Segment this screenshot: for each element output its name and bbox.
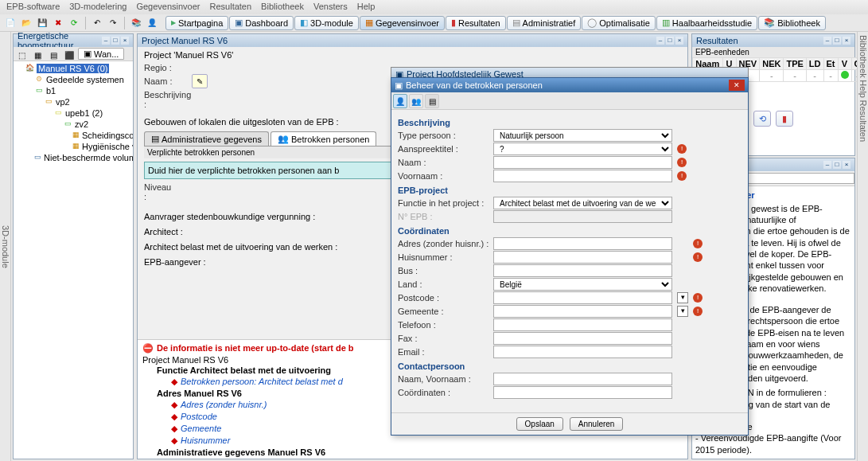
maximize-icon[interactable]: □: [833, 37, 841, 45]
minimize-icon[interactable]: –: [823, 161, 831, 169]
maximize-icon[interactable]: □: [666, 37, 674, 45]
menu-item[interactable]: 3D-modelering: [69, 2, 127, 13]
tree-item[interactable]: vp2: [56, 97, 70, 107]
library-icon[interactable]: 📚: [129, 16, 143, 30]
opslaan-button[interactable]: Opslaan: [516, 417, 563, 431]
adres-input[interactable]: [493, 237, 672, 250]
error-link[interactable]: Huisnummer: [181, 436, 230, 445]
list-icon[interactable]: ▤: [425, 94, 439, 108]
edit-icon[interactable]: ✎: [192, 74, 208, 88]
tab-betrokken[interactable]: 👥Betrokken personen: [271, 131, 376, 146]
nav-haalbaarheid[interactable]: ▥Haalbaarheidsstudie: [656, 16, 757, 30]
email-input[interactable]: [493, 346, 672, 358]
menu-item[interactable]: Help: [357, 2, 376, 13]
aanspreektitel-select[interactable]: ?: [493, 143, 672, 155]
close-icon[interactable]: ✖: [51, 16, 65, 30]
error-link[interactable]: Postcode: [181, 412, 217, 421]
naam-input[interactable]: [493, 156, 672, 169]
tree-item[interactable]: b1: [46, 86, 56, 96]
refresh-icon[interactable]: ⟳: [67, 16, 81, 30]
tab-admin[interactable]: ▤Administratieve gegevens: [144, 131, 269, 146]
right-dock-strip[interactable]: Bibliotheek Help Resultaten: [857, 32, 868, 461]
help-search-input[interactable]: [743, 173, 854, 184]
left-dock-strip[interactable]: 3D-module Energetische boomstructuur Geo…: [0, 32, 11, 461]
bus-input[interactable]: [493, 264, 672, 277]
tree-item[interactable]: upeb1 (2): [65, 108, 103, 118]
tree-view[interactable]: 🏠Manuel RS V6 (0) ⚙Gedeelde systemen ▭b1…: [14, 61, 133, 459]
tree-item[interactable]: Hygiënische ventilatie: [82, 142, 133, 151]
menu-item[interactable]: Bibliotheek: [261, 2, 304, 13]
menu-item[interactable]: Vensters: [313, 2, 348, 13]
tree-item[interactable]: Gedeelde systemen: [46, 75, 124, 84]
error-link[interactable]: Adres (zonder huisnr.): [181, 400, 267, 409]
contact-coord-input[interactable]: [493, 386, 672, 399]
close-icon[interactable]: ×: [121, 37, 129, 45]
menu-item[interactable]: Gegevensinvoer: [136, 2, 200, 13]
minimize-icon[interactable]: –: [823, 37, 831, 45]
picker-icon[interactable]: ▾: [677, 292, 688, 303]
nav-dashboard[interactable]: ▣Dashboard: [229, 16, 294, 30]
tree-item[interactable]: Scheidingsconstructies: [82, 131, 133, 140]
redo-icon[interactable]: ↷: [106, 16, 120, 30]
menu-item[interactable]: EPB-software: [6, 2, 60, 13]
error-link[interactable]: Betrokken persoon: Architect belast met …: [181, 377, 343, 386]
person-add-icon[interactable]: 👥: [409, 94, 423, 108]
contact-naam-input[interactable]: [493, 373, 672, 385]
dialog-titlebar[interactable]: ▣Beheer van de betrokken personen ✕: [391, 78, 748, 92]
gemeente-input[interactable]: [493, 305, 672, 318]
nav-startpagina[interactable]: ▶Startpagina: [165, 16, 228, 30]
col-header[interactable]: NEK: [760, 58, 784, 70]
telefoon-input[interactable]: [493, 318, 672, 331]
voornaam-input[interactable]: [493, 170, 672, 182]
col-header[interactable]: TPE: [784, 58, 806, 70]
minimize-icon[interactable]: –: [102, 37, 110, 45]
postcode-input[interactable]: [493, 291, 672, 304]
functie-select[interactable]: Architect belast met de uitvoering van d…: [493, 197, 672, 209]
fax-input[interactable]: [493, 332, 672, 345]
chart-icon[interactable]: ▮: [776, 111, 793, 127]
nav-optimalisatie[interactable]: ◯Optimalisatie: [582, 16, 656, 30]
close-icon[interactable]: ×: [675, 37, 683, 45]
land-select[interactable]: België: [493, 278, 672, 291]
col-header[interactable]: V: [838, 58, 851, 70]
open-icon[interactable]: 📂: [19, 16, 33, 30]
tree-item[interactable]: zv2: [75, 119, 88, 129]
minimize-icon[interactable]: –: [656, 37, 664, 45]
close-icon[interactable]: ×: [843, 37, 850, 45]
close-icon[interactable]: ×: [843, 161, 850, 169]
tree-tab-wan[interactable]: ▣Wan...: [78, 48, 124, 60]
nav-bibliotheek[interactable]: 📚Bibliotheek: [758, 16, 826, 30]
new-icon[interactable]: 📄: [3, 16, 18, 30]
tree-item[interactable]: Niet-beschermde volumes (1): [44, 153, 133, 162]
annuleren-button[interactable]: Annuleren: [570, 417, 624, 431]
refresh-icon[interactable]: ⟲: [753, 111, 771, 127]
tree-btn-2[interactable]: ▦: [30, 48, 45, 62]
tree-root[interactable]: Manuel RS V6 (0): [37, 64, 109, 73]
nav-resultaten[interactable]: ▮Resultaten: [446, 16, 506, 30]
save-icon[interactable]: 💾: [35, 16, 49, 30]
dock-tab-bibliotheek[interactable]: Bibliotheek: [858, 35, 868, 78]
user-icon[interactable]: 👤: [145, 16, 159, 30]
nav-administratief[interactable]: ▤Administratief: [507, 16, 582, 30]
dock-tab-help[interactable]: Help: [858, 80, 868, 98]
type-persoon-select[interactable]: Natuurlijk persoon: [493, 129, 672, 142]
tree-btn-4[interactable]: ⬛: [62, 48, 76, 62]
tree-btn-3[interactable]: ▤: [46, 48, 60, 62]
picker-icon[interactable]: ▾: [677, 306, 688, 317]
dock-tab-3d[interactable]: 3D-module: [1, 35, 10, 458]
maximize-icon[interactable]: □: [833, 161, 841, 169]
nav-gegevensinvoer[interactable]: ▦Gegevensinvoer: [360, 16, 445, 30]
maximize-icon[interactable]: □: [111, 37, 119, 45]
col-header[interactable]: LD: [806, 58, 823, 70]
menu-item[interactable]: Resultaten: [210, 2, 252, 13]
person-icon[interactable]: 👤: [393, 94, 407, 108]
col-header[interactable]: Et: [823, 58, 838, 70]
nav-3d[interactable]: ◧3D-module: [294, 16, 359, 30]
huisnummer-input[interactable]: [493, 251, 672, 264]
tree-btn-1[interactable]: ⬚: [14, 48, 29, 62]
dialog-close-icon[interactable]: ✕: [729, 80, 745, 91]
dock-tab-resultaten[interactable]: Resultaten: [858, 100, 868, 142]
warning-icon: !: [677, 144, 687, 154]
undo-icon[interactable]: ↶: [90, 16, 104, 30]
error-link[interactable]: Gemeente: [181, 424, 221, 433]
